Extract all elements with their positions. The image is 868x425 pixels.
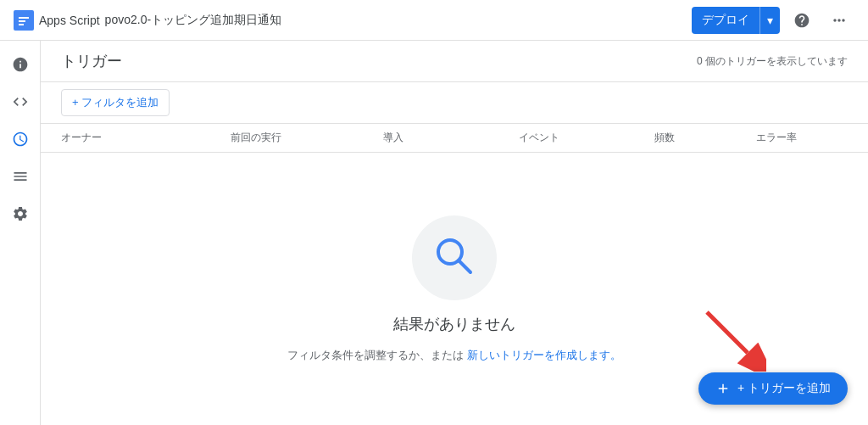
- logo-area: Apps Script povo2.0-トッピング追加期日通知: [14, 10, 682, 31]
- header-actions: デプロイ ▾: [692, 5, 854, 36]
- deploy-label[interactable]: デプロイ: [692, 13, 760, 28]
- toolbar: + フィルタを追加: [41, 82, 868, 124]
- empty-state: 結果がありません フィルタ条件を調整するか、または 新しいトリガーを作成します。: [41, 153, 868, 425]
- add-trigger-icon: [715, 381, 731, 396]
- add-filter-button[interactable]: + フィルタを追加: [61, 89, 170, 116]
- apps-grid-button[interactable]: [824, 5, 854, 36]
- sidebar: [0, 41, 41, 425]
- list-icon: [12, 168, 29, 185]
- add-filter-label: + フィルタを追加: [72, 95, 159, 110]
- gear-icon: [12, 205, 29, 222]
- svg-line-4: [707, 312, 748, 353]
- search-icon: [431, 233, 477, 282]
- deploy-button[interactable]: デプロイ ▾: [692, 7, 780, 34]
- code-icon: [12, 93, 29, 110]
- arrow-overlay: [690, 295, 766, 374]
- empty-title: 結果がありません: [393, 314, 515, 334]
- clock-icon: [12, 131, 29, 148]
- sidebar-item-triggers[interactable]: [3, 122, 37, 156]
- help-button[interactable]: [787, 5, 817, 36]
- apps-script-logo: [14, 10, 34, 31]
- sidebar-item-overview[interactable]: [3, 48, 37, 81]
- col-frequency: 頻数: [654, 131, 756, 145]
- app-name: Apps Script: [39, 14, 100, 27]
- search-circle: [412, 215, 497, 300]
- page-title: トリガー: [61, 51, 122, 71]
- content-area: トリガー 0 個のトリガーを表示しています + フィルタを追加 オーナー 前回の…: [41, 41, 868, 425]
- col-deployment: 導入: [383, 131, 519, 145]
- empty-description: フィルタ条件を調整するか、または 新しいトリガーを作成します。: [287, 348, 621, 363]
- empty-desc-prefix: フィルタ条件を調整するか、または: [287, 349, 467, 361]
- grid-icon: [831, 12, 848, 29]
- sidebar-item-settings[interactable]: [3, 197, 37, 231]
- col-last-run: 前回の実行: [231, 131, 383, 145]
- deploy-dropdown-arrow[interactable]: ▾: [760, 7, 780, 34]
- info-icon: [12, 56, 29, 73]
- main-layout: トリガー 0 個のトリガーを表示しています + フィルタを追加 オーナー 前回の…: [0, 41, 868, 425]
- col-owner: オーナー: [61, 131, 231, 145]
- sidebar-item-editor[interactable]: [3, 85, 37, 119]
- col-error-rate: エラー率: [756, 131, 848, 145]
- col-event: イベント: [519, 131, 654, 145]
- add-trigger-label: + トリガーを追加: [737, 381, 831, 396]
- svg-line-2: [459, 260, 470, 272]
- top-header: Apps Script povo2.0-トッピング追加期日通知 デプロイ ▾: [0, 0, 868, 41]
- add-trigger-button[interactable]: + トリガーを追加: [698, 372, 848, 405]
- fab-container: + トリガーを追加: [698, 372, 848, 405]
- create-trigger-link[interactable]: 新しいトリガーを作成します。: [467, 349, 621, 361]
- project-name: povo2.0-トッピング追加期日通知: [105, 13, 281, 28]
- help-icon: [793, 12, 810, 29]
- red-arrow-icon: [690, 295, 766, 372]
- page-header: トリガー 0 個のトリガーを表示しています: [41, 41, 868, 82]
- table-header: オーナー 前回の実行 導入 イベント 頻数 エラー率: [41, 124, 868, 153]
- trigger-count: 0 個のトリガーを表示しています: [697, 54, 848, 69]
- sidebar-item-executions[interactable]: [3, 159, 37, 193]
